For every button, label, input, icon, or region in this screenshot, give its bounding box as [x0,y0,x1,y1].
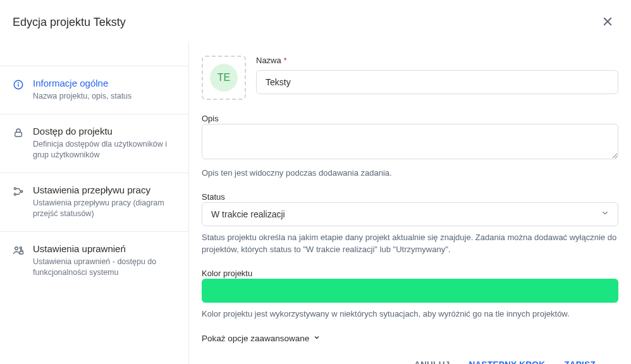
svg-point-6 [14,188,16,190]
sidebar-item-desc: Ustawienia przepływu pracy (diagram prze… [33,198,176,220]
svg-point-8 [14,193,16,195]
color-hint: Kolor projektu jest wykorzystywany w nie… [202,308,618,320]
dialog-footer: ANULUJ NASTĘPNY KROK ZAPISZ [202,346,618,364]
dialog-title: Edycja projektu Teksty [13,16,126,29]
next-step-button[interactable]: NASTĘPNY KROK [467,356,548,364]
cancel-button[interactable]: ANULUJ [412,356,453,364]
desc-label: Opis [202,114,219,123]
sidebar-item-access[interactable]: Dostęp do projektu Definicja dostępów dl… [0,114,188,173]
svg-point-10 [20,246,21,248]
required-indicator: * [283,56,286,65]
name-input[interactable] [256,70,618,94]
name-label: Nazwa * [256,56,618,65]
sidebar-item-desc: Definicja dostępów dla użytkowników i gr… [33,139,176,161]
sidebar-item-desc: Nazwa projektu, opis, status [33,91,132,102]
sidebar-item-label: Ustawienia przepływu pracy [33,185,176,195]
sidebar-item-permissions[interactable]: Ustawienia uprawnień Ustawienia uprawnie… [0,232,188,290]
close-button[interactable] [599,13,616,32]
info-icon [13,79,24,93]
desc-textarea[interactable] [202,124,618,159]
sidebar-item-label: Dostęp do projektu [33,126,176,136]
svg-rect-5 [15,132,22,136]
save-button[interactable]: ZAPISZ [561,356,598,364]
chevron-down-icon [313,334,321,343]
status-hint: Status projektu określa na jakim etapie … [202,231,618,256]
status-select[interactable]: W trakcie realizacji [202,202,618,226]
sidebar-item-label: Ustawienia uprawnień [33,243,176,254]
status-label: Status [202,192,225,202]
avatar-initials: TE [210,64,238,92]
users-lock-icon [13,245,24,258]
sidebar-item-workflow[interactable]: Ustawienia przepływu pracy Ustawienia pr… [0,173,188,232]
desc-hint: Opis ten jest widoczny podczas dodawania… [202,167,618,179]
svg-point-4 [18,83,19,83]
svg-point-9 [15,246,18,250]
lock-icon [13,127,24,141]
color-label: Kolor projektu [202,269,252,278]
edit-project-dialog: Edycja projektu Teksty Informacje ogólne… [0,0,631,364]
form-content: TE Nazwa * Opis Opis ten jest widoczny p… [189,42,631,364]
sidebar-item-desc: Ustawienia uprawnień - dostępu do funkcj… [33,257,176,279]
svg-point-7 [21,190,23,192]
dialog-header: Edycja projektu Teksty [0,0,631,42]
color-picker[interactable] [202,279,618,303]
avatar-upload[interactable]: TE [202,56,246,100]
advanced-toggle[interactable]: Pokaż opcje zaawansowane [202,331,321,346]
sidebar-item-general[interactable]: Informacje ogólne Nazwa projektu, opis, … [0,66,188,114]
workflow-icon [13,186,24,200]
svg-rect-11 [20,251,23,254]
dialog-body: Informacje ogólne Nazwa projektu, opis, … [0,42,631,364]
sidebar-item-label: Informacje ogólne [33,78,132,88]
sidebar: Informacje ogólne Nazwa projektu, opis, … [0,42,189,364]
close-icon [602,16,613,29]
